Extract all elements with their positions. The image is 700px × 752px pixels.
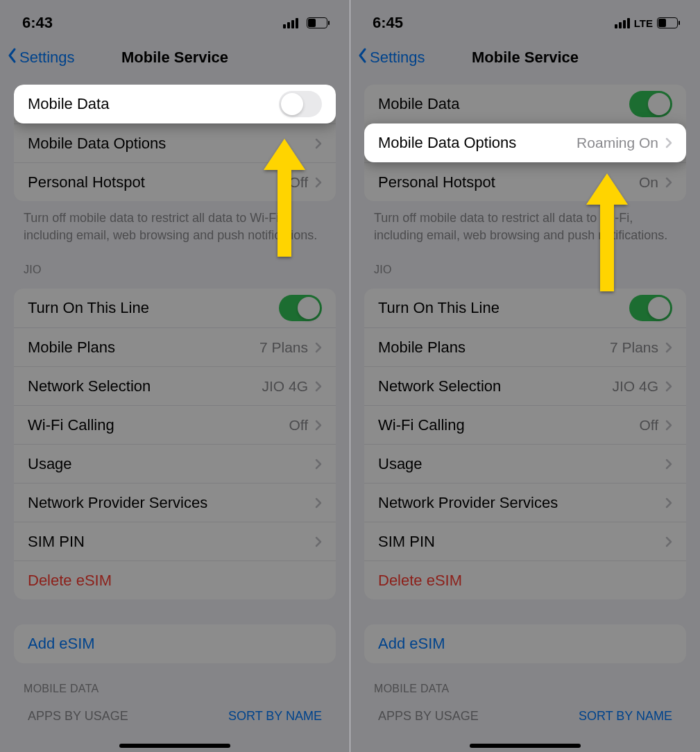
apps-by-usage-label: APPS BY USAGE (378, 709, 479, 724)
wifi-calling-label: Wi-Fi Calling (378, 416, 465, 434)
home-indicator[interactable] (119, 744, 230, 748)
delete-esim-row[interactable]: Delete eSIM (364, 561, 686, 599)
nav-bar: Settings Mobile Service (350, 40, 700, 75)
delete-esim-label: Delete eSIM (28, 572, 112, 590)
mobile-data-footer: Turn off mobile data to restrict all dat… (0, 201, 350, 244)
back-label: Settings (370, 49, 425, 67)
home-indicator[interactable] (470, 744, 581, 748)
mobile-data-switch[interactable] (279, 91, 322, 117)
wifi-calling-label: Wi-Fi Calling (28, 416, 114, 434)
turn-on-line-switch[interactable] (279, 295, 322, 321)
status-icons: LTE (615, 17, 678, 29)
mobile-data-footer: Turn off mobile data to restrict all dat… (350, 201, 700, 244)
chevron-right-icon (665, 536, 672, 547)
chevron-right-icon (665, 177, 672, 188)
mobile-plans-row[interactable]: Mobile Plans 7 Plans (14, 327, 336, 366)
wifi-calling-row[interactable]: Wi-Fi Calling Off (364, 405, 686, 444)
chevron-right-icon (315, 342, 322, 353)
personal-hotspot-label: Personal Hotspot (28, 173, 145, 191)
battery-icon (657, 17, 678, 28)
chevron-right-icon (665, 342, 672, 353)
wifi-calling-row[interactable]: Wi-Fi Calling Off (14, 405, 336, 444)
mobile-data-options-row[interactable]: Mobile Data Options Roaming On (364, 123, 686, 162)
mobile-plans-value: 7 Plans (610, 339, 658, 356)
delete-esim-label: Delete eSIM (378, 572, 462, 590)
mobile-plans-row[interactable]: Mobile Plans 7 Plans (364, 327, 686, 366)
chevron-right-icon (665, 459, 672, 470)
network-selection-label: Network Selection (378, 377, 501, 395)
wifi-calling-value: Off (289, 417, 308, 434)
phone-left: 6:43 Settings Mobile Service Mobile Data… (0, 0, 350, 752)
chevron-right-icon (315, 138, 322, 149)
signal-icon (615, 18, 630, 28)
mobile-data-section-header: MOBILE DATA (0, 663, 350, 701)
provider-services-row[interactable]: Network Provider Services (14, 483, 336, 522)
chevron-right-icon (665, 137, 672, 148)
mobile-data-group: Mobile Data Mobile Data Options Roaming … (364, 85, 686, 201)
sim-pin-label: SIM PIN (378, 533, 435, 551)
back-label: Settings (19, 49, 75, 67)
chevron-right-icon (315, 177, 322, 188)
back-button[interactable]: Settings (357, 47, 425, 68)
chevron-right-icon (315, 420, 322, 431)
carrier-group: Turn On This Line Mobile Plans 7 Plans N… (14, 289, 336, 599)
provider-services-label: Network Provider Services (378, 494, 558, 512)
battery-icon (307, 17, 327, 28)
network-selection-value: JIO 4G (612, 378, 658, 395)
provider-services-label: Network Provider Services (28, 494, 207, 512)
sort-by-name-button[interactable]: SORT BY NAME (579, 709, 672, 724)
chevron-right-icon (315, 459, 322, 470)
mobile-data-section-header: MOBILE DATA (350, 663, 700, 701)
back-button[interactable]: Settings (7, 47, 75, 68)
usage-label: Usage (378, 455, 422, 473)
sim-pin-row[interactable]: SIM PIN (14, 522, 336, 561)
network-selection-label: Network Selection (28, 377, 151, 395)
mobile-data-row[interactable]: Mobile Data (14, 85, 336, 123)
turn-on-line-row[interactable]: Turn On This Line (14, 289, 336, 327)
mobile-data-label: Mobile Data (28, 95, 109, 113)
network-selection-row[interactable]: Network Selection JIO 4G (364, 366, 686, 405)
personal-hotspot-row[interactable]: Personal Hotspot On (364, 162, 686, 201)
page-title: Mobile Service (472, 49, 579, 67)
status-time: 6:45 (373, 14, 403, 32)
mobile-data-options-label: Mobile Data Options (378, 134, 516, 152)
personal-hotspot-value: On (639, 174, 658, 191)
provider-services-row[interactable]: Network Provider Services (364, 483, 686, 522)
chevron-right-icon (665, 381, 672, 392)
status-icons (283, 17, 327, 28)
add-esim-group: Add eSIM (14, 624, 336, 663)
page-title: Mobile Service (121, 49, 228, 67)
usage-row[interactable]: Usage (14, 444, 336, 483)
add-esim-row[interactable]: Add eSIM (14, 624, 336, 663)
turn-on-line-label: Turn On This Line (28, 299, 149, 317)
chevron-right-icon (315, 497, 322, 509)
turn-on-line-label: Turn On This Line (378, 299, 500, 317)
mobile-data-row[interactable]: Mobile Data (364, 85, 686, 123)
sort-by-name-button[interactable]: SORT BY NAME (228, 709, 322, 724)
apps-by-usage-label: APPS BY USAGE (28, 709, 128, 724)
delete-esim-row[interactable]: Delete eSIM (14, 561, 336, 599)
chevron-right-icon (315, 381, 322, 392)
phone-right: 6:45 LTE Settings Mobile Service Mobile … (350, 0, 700, 752)
chevron-right-icon (665, 420, 672, 431)
mobile-plans-value: 7 Plans (259, 339, 308, 356)
mobile-data-label: Mobile Data (378, 95, 459, 113)
sim-pin-row[interactable]: SIM PIN (364, 522, 686, 561)
add-esim-group: Add eSIM (364, 624, 686, 663)
mobile-data-options-value: Roaming On (577, 135, 658, 151)
personal-hotspot-row[interactable]: Personal Hotspot Off (14, 162, 336, 201)
chevron-left-icon (357, 47, 368, 68)
wifi-calling-value: Off (639, 417, 658, 434)
mobile-plans-label: Mobile Plans (28, 339, 115, 357)
add-esim-row[interactable]: Add eSIM (364, 624, 686, 663)
mobile-data-options-row[interactable]: Mobile Data Options (14, 123, 336, 162)
chevron-right-icon (315, 536, 322, 547)
signal-icon (283, 18, 298, 28)
usage-row[interactable]: Usage (364, 444, 686, 483)
chevron-right-icon (665, 497, 672, 509)
mobile-data-switch[interactable] (629, 91, 672, 117)
carrier-section-header: JIO (350, 244, 700, 282)
network-selection-row[interactable]: Network Selection JIO 4G (14, 366, 336, 405)
turn-on-line-row[interactable]: Turn On This Line (364, 289, 686, 327)
turn-on-line-switch[interactable] (629, 295, 672, 321)
